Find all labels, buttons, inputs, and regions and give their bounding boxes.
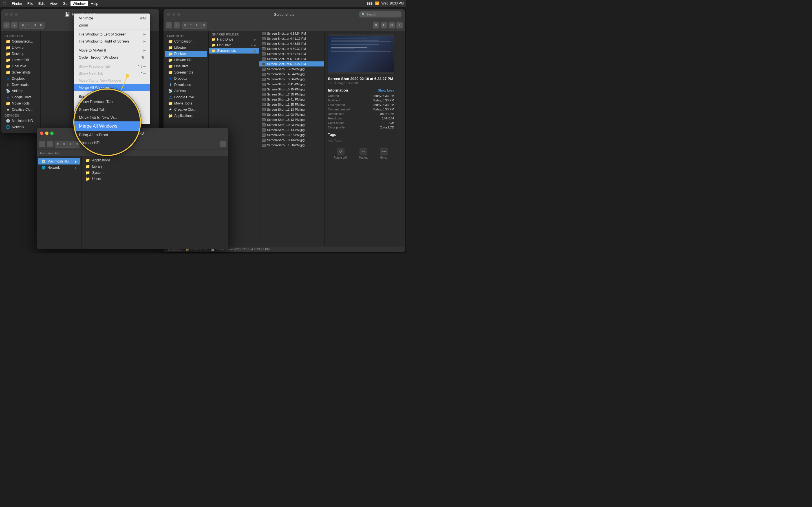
sidebar-desktop-main[interactable]: 📁Desktop xyxy=(165,51,207,57)
menu-tile-left[interactable]: Tile Window to Left of Screen ▶ xyxy=(74,31,150,38)
sidebar-gdrive-back[interactable]: △Google Drive xyxy=(2,94,39,100)
sidebar-network-back[interactable]: 🌐Network xyxy=(2,124,39,130)
menu-minimize[interactable]: Minimize ⌘M xyxy=(74,15,150,22)
sidebar-movietools-main[interactable]: 📁Movie Tools xyxy=(165,100,207,107)
back-btn-float[interactable]: ‹ xyxy=(39,141,45,147)
back-btn-main[interactable]: ‹ xyxy=(166,22,172,29)
sidebar-dropbox-back[interactable]: ◈Dropbox xyxy=(2,75,39,82)
menubar-file[interactable]: File xyxy=(25,1,36,6)
menubar-go[interactable]: Go xyxy=(60,1,70,6)
screenshot-item-3[interactable]: Screen Shot...at 4.43.56 PM xyxy=(259,41,324,46)
gallery-view-main[interactable]: ⊟ xyxy=(200,22,207,29)
sidebar-dropbox-main[interactable]: ◈Dropbox xyxy=(165,75,207,82)
screenshot-item-2[interactable]: Screen Shot...at 4.41.19 PM xyxy=(259,36,324,41)
screenshot-item-17[interactable]: Screen-Shot-...1.08-PM.jpg xyxy=(259,112,324,117)
sidebar-machd-back[interactable]: 💿Macintosh HD xyxy=(2,118,39,124)
screenshot-item-8[interactable]: Screen-Shot-...3.09-PM.jpg xyxy=(259,66,324,71)
maximize-button-main[interactable] xyxy=(177,13,181,16)
rotate-left-btn[interactable]: ↺ Rotate Left xyxy=(334,148,347,159)
sidebar-comparison-main[interactable]: 📁Comparison... xyxy=(165,38,207,45)
screenshot-item-23[interactable]: Screen-Shot-...1.58-PM.jpg xyxy=(259,143,324,148)
add-btn-float[interactable]: + xyxy=(220,141,226,147)
sidebar-lifewiredb-main[interactable]: 📁Lifewire DB xyxy=(165,57,207,63)
menu-move-to-mipad[interactable]: Move to MiPad II ▶ xyxy=(74,47,150,54)
close-button-main[interactable] xyxy=(167,13,170,16)
sidebar-applications-main[interactable]: 📁Applications xyxy=(165,113,207,119)
file-applications[interactable]: 📁 Applications xyxy=(82,157,229,163)
screenshot-item-10[interactable]: Screen-Shot-...3.56-PM.jpg xyxy=(259,76,324,82)
file-system[interactable]: 📁 System xyxy=(82,170,229,176)
menu-cycle-windows[interactable]: Cycle Through Windows ⌘` xyxy=(74,54,150,61)
minimize-button-float[interactable] xyxy=(45,131,49,135)
sidebar-machd-float[interactable]: 💿 Macintosh HD ▶ xyxy=(38,158,80,165)
list-view-float[interactable]: ≡ xyxy=(61,141,67,147)
screenshot-item-7[interactable]: Screen Shot...at 6.33.27 PM xyxy=(259,61,324,66)
menu-tile-right[interactable]: Tile Window to Right of Screen ▶ xyxy=(74,38,150,45)
sidebar-lifewire-back[interactable]: 📁Lifewire xyxy=(2,45,39,51)
list-view-main[interactable]: ≡ xyxy=(188,22,194,29)
action-btn[interactable]: ⚙ xyxy=(373,22,379,29)
maximize-button-float[interactable] xyxy=(50,131,54,135)
column-view[interactable]: Ⅲ xyxy=(32,22,38,29)
maximize-button-back[interactable] xyxy=(15,13,18,16)
icon-view-float[interactable]: ⊞ xyxy=(55,141,61,147)
add-btn[interactable]: + xyxy=(396,22,403,29)
minimize-button-back[interactable] xyxy=(10,13,13,16)
col-onedrive[interactable]: 📁 OneDrive ✏ ▶ xyxy=(209,42,259,48)
screenshot-item-16[interactable]: Screen-Shot-...1.13-PM.jpg xyxy=(259,107,324,112)
screenshot-item-22[interactable]: Screen-Shot-...0.13-PM.jpg xyxy=(259,137,324,143)
menubar-view[interactable]: View xyxy=(47,1,60,6)
sidebar-airdrop-main[interactable]: 📡AirDrop xyxy=(165,88,207,94)
screenshot-item-20[interactable]: Screen-Shot-...1.14-PM.jpg xyxy=(259,127,324,132)
screenshot-item-13[interactable]: Screen-Shot-...7.35-PM.jpg xyxy=(259,92,324,97)
sidebar-desktop-back[interactable]: 📁Desktop xyxy=(2,51,39,57)
sidebar-gdrive-main[interactable]: △Google Drive xyxy=(165,94,207,100)
sidebar-lifewiredb-back[interactable]: 📁Lifewire DB xyxy=(2,57,39,63)
sidebar-onedrive-back[interactable]: 📁OneDrive xyxy=(2,63,39,69)
menubar-help[interactable]: Help xyxy=(89,1,101,6)
col-hardrive[interactable]: 📁 Hard Drive ▶ xyxy=(209,37,259,42)
show-less-btn[interactable]: Show Less xyxy=(378,89,394,92)
sidebar-screenshots-back[interactable]: 📁Screenshots xyxy=(2,69,39,75)
screenshot-item-1[interactable]: Screen Shot...at 4.34.54 PM xyxy=(259,31,324,36)
sidebar-comparison-back[interactable]: 📁Comparison... xyxy=(2,38,39,45)
forward-btn-float[interactable]: › xyxy=(47,141,53,147)
screenshot-item-9[interactable]: Screen-Shot-...4.54-PM.jpg xyxy=(259,71,324,76)
file-users[interactable]: 📁 Users xyxy=(82,176,229,182)
close-button-back[interactable] xyxy=(4,13,8,16)
menu-zoom[interactable]: Zoom xyxy=(74,22,150,29)
column-view-float[interactable]: Ⅲ xyxy=(67,141,73,147)
screenshot-item-11[interactable]: Screen-Shot-...2.41-PM.jpg xyxy=(259,82,324,87)
icon-view[interactable]: ⊞ xyxy=(19,22,26,29)
markup-btn[interactable]: ✏ Markup xyxy=(359,148,368,159)
close-button-float[interactable] xyxy=(40,131,43,135)
sidebar-downloads-back[interactable]: ⬇Downloads xyxy=(2,82,39,88)
tag-btn[interactable]: 🏷 xyxy=(389,22,395,29)
tags-placeholder[interactable]: Add Tags... xyxy=(328,138,394,143)
menubar-edit[interactable]: Edit xyxy=(36,1,47,6)
sidebar-lifewire-main[interactable]: 📁Lifewire xyxy=(165,45,207,51)
sidebar-airdrop-back[interactable]: 📡AirDrop xyxy=(2,88,39,94)
sidebar-screenshots-main[interactable]: 📁Screenshots xyxy=(165,69,207,75)
screenshot-item-19[interactable]: Screen-Shot-...0.23-PM.jpg xyxy=(259,122,324,127)
screenshot-item-18[interactable]: Screen-Shot-...5.13-PM.jpg xyxy=(259,117,324,122)
sidebar-downloads-main[interactable]: ⬇Downloads xyxy=(165,82,207,88)
screenshot-item-4[interactable]: Screen Shot...at 4.50.32 PM xyxy=(259,46,324,51)
screenshot-item-21[interactable]: Screen-Shot-...3.27-PM.jpg xyxy=(259,132,324,137)
search-box[interactable]: 🔍 Search xyxy=(359,11,402,17)
sidebar-movietools-back[interactable]: 📁Movie Tools xyxy=(2,100,39,107)
menubar-window[interactable]: Window xyxy=(70,1,88,6)
column-view-main[interactable]: Ⅲ xyxy=(194,22,200,29)
list-view[interactable]: ≡ xyxy=(26,22,32,29)
minimize-button-main[interactable] xyxy=(172,13,175,16)
back-btn[interactable]: ‹ xyxy=(3,22,10,29)
icon-view-main[interactable]: ⊞ xyxy=(182,22,188,29)
file-library[interactable]: 📁 Library xyxy=(82,163,229,170)
screenshot-item-6[interactable]: Screen Shot...at 6.01.08 PM xyxy=(259,56,324,61)
forward-btn-main[interactable]: › xyxy=(174,22,180,29)
sidebar-creative-back[interactable]: ★Creative Clo... xyxy=(2,107,39,113)
screenshot-item-5[interactable]: Screen Shot...at 4.59.41 PM xyxy=(259,51,324,56)
sidebar-creative-main[interactable]: ★Creative Clo... xyxy=(165,107,207,113)
gallery-view[interactable]: ⊟ xyxy=(38,22,44,29)
apple-menu-icon[interactable]: ⌘ xyxy=(2,1,7,6)
